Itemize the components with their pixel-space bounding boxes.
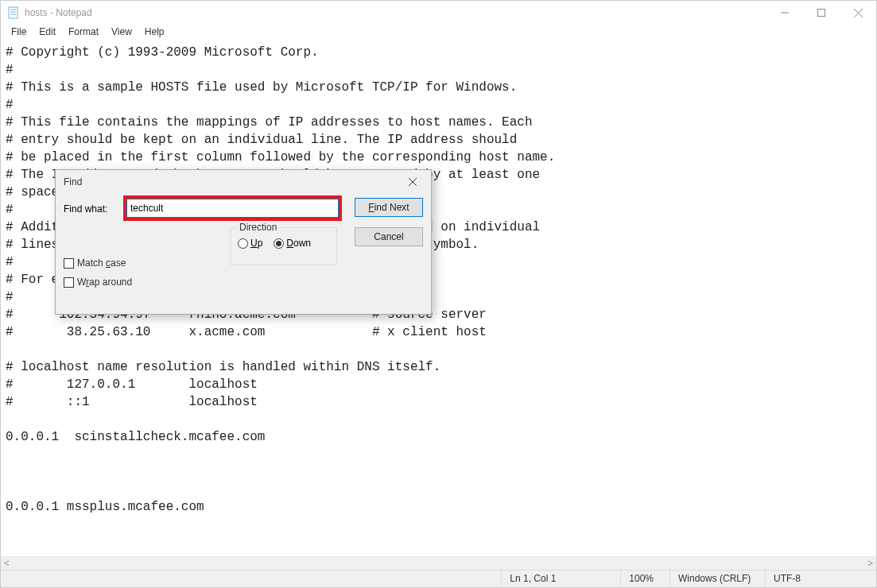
status-position: Ln 1, Col 1 (501, 571, 620, 587)
status-eol: Windows (CRLF) (669, 571, 765, 587)
maximize-button[interactable] (803, 1, 840, 25)
menu-file[interactable]: File (6, 25, 32, 41)
find-dialog: Find Find what: Find Next Cancel Directi… (55, 169, 432, 315)
direction-group: Direction Up Down (231, 227, 337, 265)
radio-icon (238, 238, 248, 249)
checkbox-icon (64, 277, 74, 288)
direction-legend: Direction (236, 222, 280, 233)
window-title: hosts - Notepad (25, 7, 92, 18)
scroll-left-icon[interactable]: < (4, 558, 10, 569)
find-dialog-titlebar[interactable]: Find (56, 170, 431, 194)
direction-down-radio[interactable]: Down (274, 238, 311, 249)
checkbox-icon (64, 258, 74, 269)
menu-edit[interactable]: Edit (33, 25, 61, 41)
menubar: File Edit Format View Help (1, 25, 876, 41)
close-button[interactable] (840, 1, 876, 25)
menu-view[interactable]: View (106, 25, 138, 41)
menu-format[interactable]: Format (63, 25, 104, 41)
window-titlebar: hosts - Notepad (1, 1, 876, 25)
horizontal-scrollbar[interactable]: < > (1, 556, 876, 570)
find-input-highlight (123, 195, 342, 221)
wrap-around-checkbox[interactable]: Wrap around (64, 277, 132, 288)
svg-rect-5 (818, 10, 825, 17)
find-what-input[interactable] (126, 199, 339, 218)
statusbar: Ln 1, Col 1 100% Windows (CRLF) UTF-8 (1, 570, 876, 587)
find-dialog-title: Find (64, 176, 82, 188)
menu-help[interactable]: Help (139, 25, 170, 41)
notepad-icon (7, 6, 20, 19)
match-case-checkbox[interactable]: Match case (64, 257, 132, 269)
status-encoding: UTF-8 (765, 571, 876, 587)
find-next-button[interactable]: Find Next (355, 198, 423, 217)
find-what-label: Find what: (64, 203, 107, 215)
minimize-button[interactable] (766, 1, 803, 25)
window-controls (766, 1, 876, 25)
status-zoom: 100% (620, 571, 669, 587)
radio-icon (274, 238, 284, 249)
svg-rect-0 (9, 7, 17, 18)
direction-up-radio[interactable]: Up (238, 238, 262, 249)
scroll-right-icon[interactable]: > (867, 558, 873, 569)
find-close-button[interactable] (401, 172, 425, 191)
cancel-button[interactable]: Cancel (355, 227, 423, 246)
